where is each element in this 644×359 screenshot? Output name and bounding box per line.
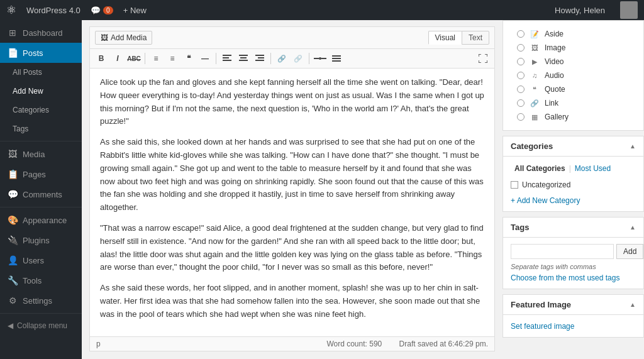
format-item-audio[interactable]: ♫ Audio xyxy=(511,69,636,82)
tags-input-row: Add xyxy=(511,244,636,259)
sidebar-item-label-add-new: Add New xyxy=(13,87,43,96)
sidebar-item-label-dashboard: Dashboard xyxy=(23,28,63,38)
fullscreen-icon xyxy=(479,54,487,63)
quote-icon: ❝ xyxy=(530,86,540,94)
wp-logo[interactable]: ⚛ xyxy=(6,3,16,17)
format-item-quote[interactable]: ❝ Quote xyxy=(511,82,636,96)
editor-toolbar: B I ABC ≡ ≡ ❝ — xyxy=(90,49,494,69)
sidebar-item-tools[interactable]: 🔧 Tools xyxy=(0,270,82,290)
toolbar-toggle-button[interactable] xyxy=(329,52,344,65)
site-name[interactable]: WordPress 4.0 xyxy=(26,6,80,15)
format-label-link: Link xyxy=(545,99,558,108)
howdy-label: Howdy, Helen xyxy=(555,6,605,15)
svg-rect-10 xyxy=(321,58,326,59)
editor-path: p xyxy=(96,340,101,348)
sidebar-item-all-posts[interactable]: All Posts xyxy=(0,63,82,82)
sidebar-item-add-new[interactable]: Add New xyxy=(0,82,82,101)
sidebar-item-dashboard[interactable]: ⊞ Dashboard xyxy=(0,23,82,43)
tab-text[interactable]: Text xyxy=(462,31,489,45)
comments-link[interactable]: 💬 0 xyxy=(91,6,113,15)
tags-most-used-link[interactable]: Choose from the most used tags xyxy=(511,273,619,282)
bold-button[interactable]: B xyxy=(94,52,109,65)
format-item-link[interactable]: 🔗 Link xyxy=(511,96,636,110)
word-count: Word count: 590 xyxy=(326,340,382,348)
new-content-label: + New xyxy=(123,6,147,15)
italic-button[interactable]: I xyxy=(110,52,125,65)
featured-image-box-header[interactable]: Featured Image ▲ xyxy=(503,295,643,315)
align-right-icon xyxy=(255,55,264,62)
tab-most-used[interactable]: Most Used xyxy=(571,163,614,174)
blockquote-button[interactable]: ❝ xyxy=(181,52,196,65)
svg-rect-7 xyxy=(258,57,264,58)
tags-input[interactable] xyxy=(511,244,614,259)
format-box-body: 📝 Aside 🖼 Image ▶ Video ♫ Audio xyxy=(503,21,643,130)
align-left-icon xyxy=(223,55,231,62)
audio-icon: ♫ xyxy=(530,72,540,79)
svg-rect-3 xyxy=(239,55,248,56)
align-center-button[interactable] xyxy=(236,52,251,65)
tags-box-header[interactable]: Tags ▲ xyxy=(503,218,643,238)
comment-icon: 💬 xyxy=(91,6,101,15)
sidebar-item-label-users: Users xyxy=(23,256,44,265)
sidebar-item-label-appearance: Appearance xyxy=(23,216,67,225)
sidebar-item-categories[interactable]: Categories xyxy=(0,101,82,119)
sidebar-item-media[interactable]: 🖼 Media xyxy=(0,144,82,164)
collapse-menu[interactable]: ◀ Collapse menu xyxy=(0,316,82,335)
format-item-video[interactable]: ▶ Video xyxy=(511,55,636,69)
link-format-icon: 🔗 xyxy=(530,99,540,108)
align-right-button[interactable] xyxy=(252,52,267,65)
fullscreen-button[interactable] xyxy=(475,52,491,65)
format-label-quote: Quote xyxy=(545,85,565,94)
posts-icon: 📄 xyxy=(8,48,18,58)
format-item-image[interactable]: 🖼 Image xyxy=(511,41,636,55)
format-item-aside[interactable]: 📝 Aside xyxy=(511,27,636,41)
svg-rect-1 xyxy=(223,57,229,58)
tab-all-categories[interactable]: All Categories xyxy=(511,163,569,174)
sidebar-item-users[interactable]: 👤 Users xyxy=(0,250,82,270)
editor-top-bar: 🖼 Add Media Visual Text xyxy=(90,27,494,49)
format-label-audio: Audio xyxy=(545,71,564,80)
horizontal-rule-button[interactable]: — xyxy=(197,52,213,65)
category-label-uncategorized: Uncategorized xyxy=(522,180,570,189)
insert-more-button[interactable] xyxy=(313,52,328,65)
ordered-list-button[interactable]: ≡ xyxy=(165,52,180,65)
format-item-gallery[interactable]: ▦ Gallery xyxy=(511,110,636,124)
sidebar-item-settings[interactable]: ⚙ Settings xyxy=(0,290,82,311)
unlink-button[interactable]: 🔗 xyxy=(291,52,306,65)
tags-add-button[interactable]: Add xyxy=(616,244,643,259)
sidebar-item-appearance[interactable]: 🎨 Appearance xyxy=(0,210,82,230)
format-radio-video xyxy=(517,58,525,65)
dashboard-icon: ⊞ xyxy=(8,28,18,38)
sidebar-item-tags[interactable]: Tags xyxy=(0,119,82,138)
sidebar-item-comments[interactable]: 💬 Comments xyxy=(0,184,82,204)
users-icon: 👤 xyxy=(8,255,18,265)
unlink-icon: 🔗 xyxy=(294,55,303,63)
category-item-uncategorized[interactable]: Uncategorized xyxy=(511,179,636,191)
appearance-icon: 🎨 xyxy=(8,215,18,225)
strikethrough-button[interactable]: ABC xyxy=(126,52,142,65)
collapse-arrow-icon: ◀ xyxy=(8,321,13,330)
link-button[interactable]: 🔗 xyxy=(274,52,289,65)
tab-visual[interactable]: Visual xyxy=(428,31,462,45)
categories-box-header[interactable]: Categories ▲ xyxy=(503,136,643,157)
add-media-button[interactable]: 🖼 Add Media xyxy=(95,31,152,45)
svg-point-11 xyxy=(319,57,321,60)
sidebar-item-pages[interactable]: 📋 Pages xyxy=(0,164,82,184)
svg-rect-12 xyxy=(332,55,341,57)
set-featured-image-link[interactable]: Set featured image xyxy=(511,322,574,331)
sidebar-item-plugins[interactable]: 🔌 Plugins xyxy=(0,230,82,250)
sidebar-item-label-comments: Comments xyxy=(23,190,62,199)
new-content-link[interactable]: + New xyxy=(123,6,147,15)
add-new-category-link[interactable]: + Add New Category xyxy=(511,196,580,205)
align-left-button[interactable] xyxy=(219,52,235,65)
category-checkbox-uncategorized[interactable] xyxy=(511,181,518,189)
draft-saved: Draft saved at 6:46:29 pm. xyxy=(399,340,488,348)
toolbar-separator-4 xyxy=(309,53,309,64)
toolbar-separator-2 xyxy=(216,53,216,64)
format-radio-gallery xyxy=(517,113,525,121)
sidebar-item-posts[interactable]: 📄 Posts xyxy=(0,43,82,63)
unordered-list-button[interactable]: ≡ xyxy=(148,52,164,65)
featured-image-chevron-icon: ▲ xyxy=(630,301,636,308)
editor-body[interactable]: Alice took up the fan and gloves and she… xyxy=(90,69,494,336)
video-icon: ▶ xyxy=(530,58,540,66)
